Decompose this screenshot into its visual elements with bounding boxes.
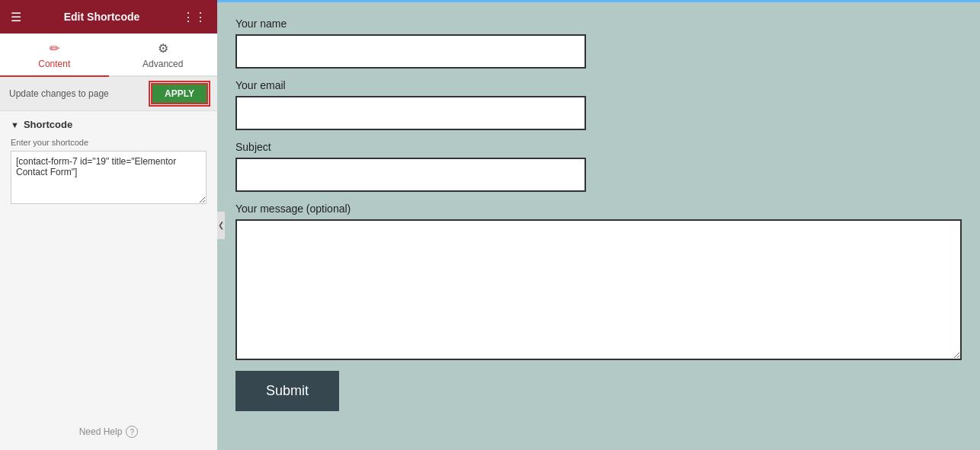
shortcode-section: ▼ Shortcode Enter your shortcode [contac… xyxy=(0,111,217,214)
need-help-label: Need Help xyxy=(79,426,123,437)
advanced-tab-icon: ⚙ xyxy=(158,41,168,56)
apply-bar: Update changes to page APPLY xyxy=(0,77,217,111)
email-input[interactable] xyxy=(235,96,586,130)
section-arrow-icon: ▼ xyxy=(11,120,19,129)
email-label: Your email xyxy=(235,79,962,91)
message-input[interactable] xyxy=(235,219,962,360)
tab-advanced-label: Advanced xyxy=(143,59,183,69)
main-content: Your name Your email Subject Your messag… xyxy=(217,0,980,450)
apply-button[interactable]: APPLY xyxy=(151,83,208,104)
tab-content[interactable]: ✏ Content xyxy=(0,34,109,77)
sidebar-header: ☰ Edit Shortcode ⋮⋮ xyxy=(0,0,217,34)
shortcode-section-title: Shortcode xyxy=(24,119,72,130)
tab-advanced[interactable]: ⚙ Advanced xyxy=(109,34,218,77)
shortcode-input[interactable]: [contact-form-7 id="19" title="<span cla… xyxy=(11,151,207,204)
tabs-bar: ✏ Content ⚙ Advanced xyxy=(0,34,217,77)
message-label: Your message (optional) xyxy=(235,203,962,215)
content-tab-icon: ✏ xyxy=(50,41,59,56)
name-input[interactable] xyxy=(235,34,586,69)
sidebar: ☰ Edit Shortcode ⋮⋮ ✏ Content ⚙ Advanced… xyxy=(0,0,217,450)
tab-content-label: Content xyxy=(38,59,70,69)
need-help-section: Need Help ? xyxy=(0,413,217,450)
sidebar-title: Edit Shortcode xyxy=(64,11,140,23)
help-icon[interactable]: ? xyxy=(126,426,138,438)
name-label: Your name xyxy=(235,18,962,30)
shortcode-field-label: Enter your shortcode xyxy=(11,138,207,147)
subject-label: Subject xyxy=(235,141,962,153)
grid-icon[interactable]: ⋮⋮ xyxy=(182,10,207,24)
collapse-panel-button[interactable]: ❮ xyxy=(217,212,225,239)
subject-input[interactable] xyxy=(235,158,586,192)
form-section: Your name Your email Subject Your messag… xyxy=(235,18,962,411)
shortcode-section-header[interactable]: ▼ Shortcode xyxy=(11,119,207,130)
apply-bar-text: Update changes to page xyxy=(9,88,109,99)
hamburger-icon[interactable]: ☰ xyxy=(11,10,21,24)
submit-button[interactable]: Submit xyxy=(235,371,339,411)
